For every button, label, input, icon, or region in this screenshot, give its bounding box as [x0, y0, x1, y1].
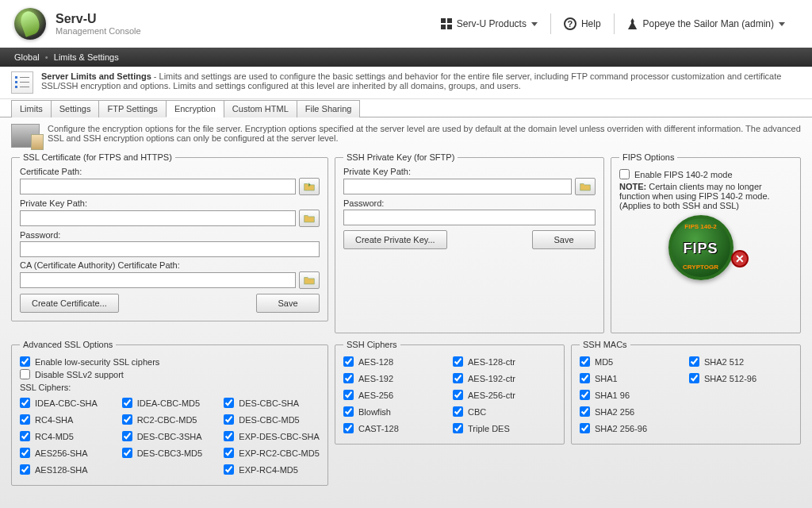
- help-label: Help: [581, 18, 601, 29]
- products-menu[interactable]: Serv-U Products: [428, 18, 550, 29]
- ssl-privkey-label: Private Key Path:: [20, 198, 320, 208]
- fips-note: NOTE: Certain clients may no longer func…: [619, 182, 792, 210]
- ssl-cipher-des-cbc3-md5[interactable]: DES-CBC3-MD5: [122, 448, 218, 458]
- tab-file-sharing[interactable]: File Sharing: [297, 100, 361, 117]
- ssh-macs-legend: SSH MACs: [580, 340, 630, 349]
- fips-disabled-icon: ✕: [731, 250, 749, 267]
- breadcrumb-root[interactable]: Global: [14, 52, 40, 62]
- cert-path-browse-button[interactable]: [299, 178, 320, 195]
- grid-icon: [441, 18, 452, 29]
- ssl-cipher-exp-rc2-cbc-md5[interactable]: EXP-RC2-CBC-MD5: [224, 448, 320, 458]
- cert-path-label: Certificate Path:: [20, 167, 320, 176]
- tab-ftp-settings[interactable]: FTP Settings: [98, 100, 166, 117]
- ssl-cipher-rc2-cbc-md5[interactable]: RC2-CBC-MD5: [122, 414, 218, 425]
- ssh-ciphers-group: SSH Ciphers AES-128AES-128-ctrAES-192AES…: [335, 340, 565, 444]
- tab-limits[interactable]: Limits: [11, 100, 52, 117]
- page-desc-text: - Limits and settings are used to config…: [41, 71, 781, 90]
- user-icon: [627, 18, 638, 29]
- ssh-privkey-label: Private Key Path:: [343, 167, 596, 176]
- enable-fips-input[interactable]: [619, 169, 630, 179]
- breadcrumb: Global • Limits & Settings: [0, 48, 812, 67]
- adv-ssl-legend: Advanced SSL Options: [20, 340, 116, 349]
- ssh-cipher-blowfish[interactable]: Blowfish: [343, 406, 446, 417]
- tab-custom-html[interactable]: Custom HTML: [224, 100, 297, 117]
- ssh-mac-sha1[interactable]: SHA1: [580, 373, 683, 383]
- fips-badge: FIPS 140-2 FIPS CRYPTOGR ✕: [668, 215, 744, 271]
- ssh-cipher-aes-128-ctr[interactable]: AES-128-ctr: [453, 356, 556, 367]
- products-label: Serv-U Products: [457, 18, 527, 29]
- ssl-password-input[interactable]: [20, 241, 320, 257]
- ca-path-label: CA (Certificate Authority) Certificate P…: [20, 260, 320, 270]
- ssl-cipher-des-cbc-3sha[interactable]: DES-CBC-3SHA: [122, 431, 218, 441]
- ssl-cipher-rc4-md5[interactable]: RC4-MD5: [20, 431, 116, 441]
- ssl-ciphers-label: SSL Ciphers:: [20, 383, 320, 392]
- tab-settings[interactable]: Settings: [51, 100, 100, 117]
- ssh-cipher-cbc[interactable]: CBC: [453, 406, 556, 417]
- tab-encryption[interactable]: Encryption: [166, 100, 224, 117]
- ssl-cipher-aes128-sha[interactable]: AES128-SHA: [20, 464, 116, 475]
- ssl-cipher-idea-cbc-md5[interactable]: IDEA-CBC-MD5: [122, 398, 218, 408]
- caret-down-icon: [779, 22, 785, 26]
- fips-options-group: FIPS Options Enable FIPS 140-2 mode NOTE…: [611, 152, 801, 333]
- ssh-cipher-triple-des[interactable]: Triple DES: [453, 423, 556, 433]
- ssh-mac-sha2-256[interactable]: SHA2 256: [580, 406, 683, 417]
- create-certificate-button[interactable]: Create Certificate...: [20, 294, 119, 313]
- help-icon: ?: [564, 17, 576, 30]
- ssl-privkey-browse-button[interactable]: [299, 210, 320, 227]
- ssl-cipher-des-cbc-sha[interactable]: DES-CBC-SHA: [224, 398, 320, 408]
- ssl-privkey-input[interactable]: [20, 210, 296, 226]
- caret-down-icon: [531, 22, 538, 26]
- ssl-cipher-des-cbc-md5[interactable]: DES-CBC-MD5: [224, 414, 320, 425]
- user-label: Popeye the Sailor Man (admin): [643, 18, 774, 29]
- fips-legend: FIPS Options: [619, 152, 677, 162]
- breadcrumb-current: Limits & Settings: [54, 52, 119, 62]
- ssh-mac-md5[interactable]: MD5: [580, 356, 683, 367]
- ssh-cipher-aes-192[interactable]: AES-192: [343, 373, 446, 383]
- cert-path-input[interactable]: [20, 179, 296, 194]
- ca-path-input[interactable]: [20, 272, 296, 288]
- ssh-cipher-aes-256-ctr[interactable]: AES-256-ctr: [453, 390, 556, 400]
- ssh-password-input[interactable]: [343, 210, 596, 225]
- ssh-macs-group: SSH MACs MD5SHA2 512SHA1SHA2 512-96SHA1 …: [571, 340, 801, 444]
- ssl-cipher-exp-des-cbc-sha[interactable]: EXP-DES-CBC-SHA: [224, 431, 320, 441]
- low-security-checkbox[interactable]: Enable low-security SSL ciphers: [20, 356, 320, 367]
- ssl-cert-legend: SSL Certificate (for FTPS and HTTPS): [20, 152, 175, 162]
- ssh-cipher-aes-192-ctr[interactable]: AES-192-ctr: [453, 373, 556, 383]
- ssl-cipher-aes256-sha[interactable]: AES256-SHA: [20, 448, 116, 458]
- ssl-cipher-rc4-sha[interactable]: RC4-SHA: [20, 414, 116, 425]
- ssh-mac-sha2-256-96[interactable]: SHA2 256-96: [580, 423, 683, 433]
- ssh-mac-sha2-512[interactable]: SHA2 512: [689, 356, 792, 367]
- ssl-save-button[interactable]: Save: [256, 294, 320, 313]
- page-title: Server Limits and Settings: [41, 71, 151, 81]
- server-icon: [11, 124, 40, 148]
- app-subtitle: Management Console: [56, 26, 141, 36]
- disable-sslv2-checkbox[interactable]: Disable SSLv2 support: [20, 369, 320, 379]
- ssh-mac-sha1-96[interactable]: SHA1 96: [580, 390, 683, 400]
- ssh-save-button[interactable]: Save: [532, 230, 596, 249]
- ssh-password-label: Password:: [343, 198, 596, 208]
- ssh-privkey-input[interactable]: [343, 179, 572, 194]
- ssh-cipher-aes-256[interactable]: AES-256: [343, 390, 446, 400]
- ssh-key-legend: SSH Private Key (for SFTP): [343, 152, 458, 162]
- advanced-ssl-group: Advanced SSL Options Enable low-security…: [11, 340, 328, 486]
- ssl-cipher-exp-rc4-md5[interactable]: EXP-RC4-MD5: [224, 464, 320, 475]
- ssl-password-label: Password:: [20, 230, 320, 240]
- ca-path-browse-button[interactable]: [299, 271, 320, 289]
- ssh-ciphers-legend: SSH Ciphers: [343, 340, 400, 349]
- ssl-cipher-idea-cbc-sha[interactable]: IDEA-CBC-SHA: [20, 398, 116, 408]
- ssh-privkey-browse-button[interactable]: [575, 178, 596, 195]
- ssh-cipher-aes-128[interactable]: AES-128: [343, 356, 446, 367]
- ssh-cipher-cast-128[interactable]: CAST-128: [343, 423, 446, 433]
- app-title: Serv-U: [56, 12, 141, 26]
- ssh-private-key-group: SSH Private Key (for SFTP) Private Key P…: [335, 152, 604, 333]
- user-menu[interactable]: Popeye the Sailor Man (admin): [615, 18, 798, 29]
- help-link[interactable]: ? Help: [551, 17, 614, 30]
- enable-fips-checkbox[interactable]: Enable FIPS 140-2 mode: [619, 169, 792, 179]
- tab-description: Configure the encryption options for the…: [48, 124, 801, 148]
- create-private-key-button[interactable]: Create Private Key...: [343, 230, 447, 249]
- settings-list-icon: [11, 71, 33, 94]
- ssh-mac-sha2-512-96[interactable]: SHA2 512-96: [689, 373, 792, 383]
- ssl-certificate-group: SSL Certificate (for FTPS and HTTPS) Cer…: [11, 152, 328, 321]
- app-logo: [14, 8, 46, 40]
